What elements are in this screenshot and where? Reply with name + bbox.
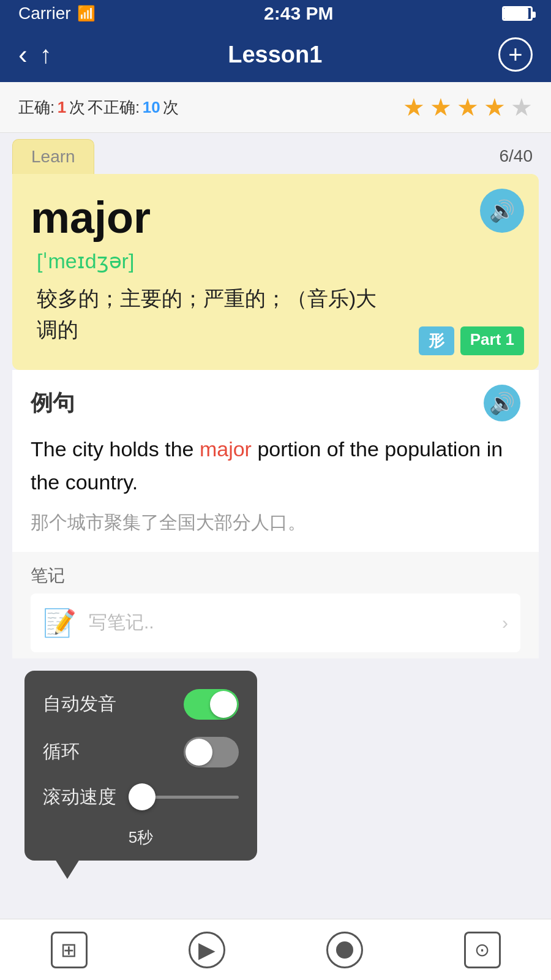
stats-bar: 正确: 1 次 不正确: 10 次 ★ ★ ★ ★ ★ — [0, 82, 551, 133]
star-5[interactable]: ★ — [511, 93, 533, 121]
status-bar: Carrier 📶 2:43 PM — [0, 0, 551, 27]
play-icon: ▶ — [189, 932, 225, 968]
back-button[interactable]: ‹ — [18, 39, 28, 70]
nav-bar: ‹ ↑ Lesson1 + — [0, 27, 551, 82]
word-definition: 较多的；主要的；严重的；（音乐)大调的 — [37, 283, 392, 345]
word-phonetic: [ˈmeɪdʒər] — [37, 249, 520, 273]
speed-slider-container — [129, 796, 239, 799]
example-section: 例句 🔊 The city holds the major portion of… — [12, 370, 539, 552]
learn-tab[interactable]: Learn — [12, 139, 94, 174]
list-icon: ⊞ — [51, 932, 88, 968]
speed-value: 5秒 — [43, 827, 239, 848]
tag-part: Part 1 — [460, 326, 524, 355]
record-button[interactable] — [326, 932, 363, 968]
stats-text: 正确: 1 次 不正确: 10 次 — [18, 97, 179, 118]
notes-label: 笔记 — [31, 564, 520, 587]
carrier-label: Carrier — [18, 4, 71, 23]
play-button[interactable]: ▶ — [189, 932, 225, 968]
notes-chevron-icon: › — [502, 612, 508, 633]
up-button[interactable]: ↑ — [40, 41, 52, 69]
example-before: The city holds the — [31, 437, 200, 461]
wrong-label: 不正确: — [88, 98, 140, 116]
example-highlight: major — [200, 437, 252, 461]
example-translation: 那个城市聚集了全国大部分人口。 — [31, 508, 520, 537]
example-title: 例句 — [31, 388, 75, 418]
word-card: major [ˈmeɪdʒər] 较多的；主要的；严重的；（音乐)大调的 🔊 形… — [12, 174, 539, 370]
word-card-container: Learn 6/40 major [ˈmeɪdʒər] 较多的；主要的；严重的；… — [12, 139, 539, 370]
word-tags: 形 Part 1 — [419, 326, 524, 355]
settings-popup: 自动发音 循环 滚动速度 5秒 — [24, 671, 257, 861]
tag-xing: 形 — [419, 326, 454, 355]
card-counter: 6/40 — [500, 146, 533, 166]
list-button[interactable]: ⊞ — [51, 932, 88, 968]
battery-icon — [502, 6, 533, 21]
star-3[interactable]: ★ — [457, 93, 479, 121]
auto-play-toggle[interactable] — [184, 689, 239, 720]
speed-row: 滚动速度 — [43, 785, 239, 810]
speed-slider-track[interactable] — [129, 796, 239, 799]
wrong-unit: 次 — [163, 98, 179, 116]
word-audio-button[interactable]: 🔊 — [480, 189, 524, 233]
example-audio-icon: 🔊 — [489, 391, 515, 415]
star-2[interactable]: ★ — [430, 93, 452, 121]
audio-icon: 🔊 — [489, 198, 515, 223]
wrong-count: 10 — [143, 98, 160, 116]
notes-input-row[interactable]: 📝 写笔记.. › — [31, 594, 520, 652]
example-audio-button[interactable]: 🔊 — [484, 385, 520, 421]
more-button[interactable]: ⊙ — [464, 932, 501, 968]
more-icon: ⊙ — [464, 932, 501, 968]
speed-label: 滚动速度 — [43, 785, 116, 810]
status-time: 2:43 PM — [264, 3, 333, 24]
loop-row: 循环 — [43, 737, 239, 767]
notes-edit-icon: 📝 — [43, 607, 77, 639]
nav-left: ‹ ↑ — [18, 39, 52, 70]
notes-placeholder: 写笔记.. — [89, 610, 490, 635]
wifi-icon: 📶 — [77, 5, 96, 22]
notes-section: 笔记 📝 写笔记.. › — [12, 552, 539, 658]
nav-title: Lesson1 — [228, 42, 322, 68]
word-text: major — [31, 192, 520, 243]
star-4[interactable]: ★ — [484, 93, 506, 121]
example-header: 例句 🔊 — [31, 385, 520, 421]
main-content: Learn 6/40 major [ˈmeɪdʒər] 较多的；主要的；严重的；… — [0, 139, 551, 873]
example-text: The city holds the major portion of the … — [31, 432, 520, 499]
correct-label: 正确: — [18, 98, 54, 116]
correct-unit: 次 — [69, 98, 85, 116]
auto-play-row: 自动发音 — [43, 689, 239, 720]
loop-label: 循环 — [43, 739, 80, 764]
record-icon — [326, 932, 363, 968]
rating-stars: ★ ★ ★ ★ ★ — [403, 93, 533, 121]
loop-toggle[interactable] — [184, 737, 239, 767]
auto-play-label: 自动发音 — [43, 692, 116, 717]
correct-count: 1 — [58, 98, 66, 116]
add-button[interactable]: + — [498, 37, 533, 72]
bottom-toolbar: ⊞ ▶ ⊙ — [0, 919, 551, 980]
speed-slider-thumb[interactable] — [129, 783, 156, 810]
star-1[interactable]: ★ — [403, 93, 425, 121]
